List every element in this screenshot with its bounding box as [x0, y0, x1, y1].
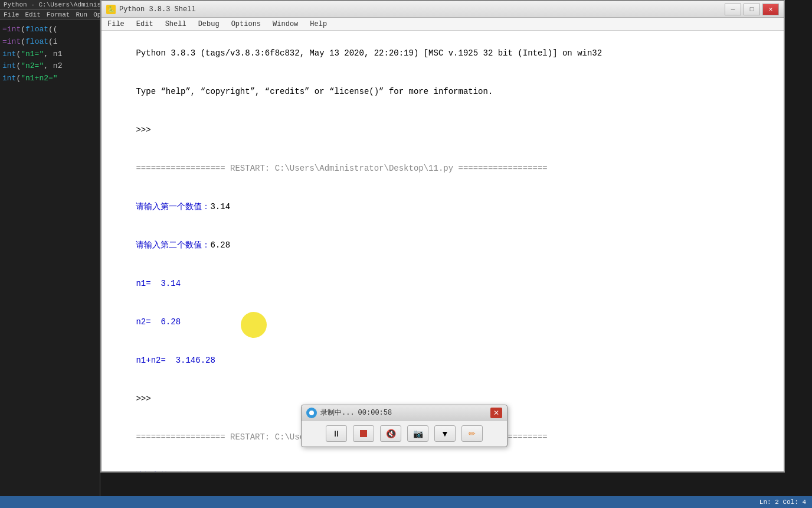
- session1-input2: 请输入第二个数值：6.28: [106, 226, 779, 265]
- shell-menubar: File Edit Shell Debug Options Window Hel…: [102, 18, 784, 31]
- initial-prompt: >>>: [106, 111, 779, 149]
- editor-menu-file[interactable]: File: [4, 11, 19, 18]
- dropdown-button[interactable]: ▼: [434, 425, 456, 442]
- stop-button[interactable]: [353, 425, 374, 442]
- recording-toolbar: 录制中... 00:00:58 ✕ ⏸ 🔇 📷 ▼ ✏: [301, 405, 508, 447]
- window-controls: ─ □ ✕: [725, 4, 779, 15]
- editor-menu-options[interactable]: Options: [93, 11, 100, 18]
- shell-menu-window[interactable]: Window: [267, 19, 304, 30]
- code-line-5: int("n1+n2=": [2, 73, 97, 85]
- shell-menu-shell[interactable]: Shell: [159, 19, 192, 30]
- code-line-4: int("n2=", n2: [2, 60, 97, 73]
- pause-button[interactable]: ⏸: [326, 425, 347, 442]
- shell-title-group: 🐍 Python 3.8.3 Shell: [106, 5, 196, 14]
- session2-input1: 请输入第一个数值：3.14: [106, 457, 779, 471]
- yellow-dot-annotation: [241, 312, 267, 338]
- editor-titlebar: Python - C:\Users\Administrator\...: [0, 0, 100, 10]
- shell-title-text: Python 3.8.3 Shell: [119, 5, 196, 14]
- shell-menu-help[interactable]: Help: [304, 19, 333, 30]
- recording-close-button[interactable]: ✕: [490, 408, 502, 418]
- editor-menu-format[interactable]: Format: [47, 11, 70, 18]
- mute-button[interactable]: 🔇: [380, 425, 401, 442]
- session1-n2: n2= 6.28: [106, 303, 779, 341]
- shell-menu-debug[interactable]: Debug: [192, 19, 225, 30]
- recording-title-text: 录制中...: [320, 408, 355, 418]
- editor-title-text: Python - C:\Users\Administrator\...: [4, 1, 100, 8]
- code-line-2: =int(float(i: [2, 36, 97, 48]
- editor-panel: Python - C:\Users\Administrator\... File…: [0, 0, 100, 508]
- recording-controls: ⏸ 🔇 📷 ▼ ✏: [302, 421, 507, 447]
- recording-time: 00:00:58: [358, 409, 392, 417]
- session1-sum: n1+n2= 3.146.28: [106, 342, 779, 380]
- python-icon: 🐍: [106, 5, 116, 14]
- restart-line-1: ================== RESTART: C:\Users\Adm…: [106, 149, 779, 188]
- stop-icon: [360, 430, 367, 437]
- minimize-button[interactable]: ─: [725, 4, 741, 15]
- shell-menu-options[interactable]: Options: [225, 19, 267, 30]
- session1-input1: 请输入第一个数值：3.14: [106, 188, 779, 226]
- code-line-1: =int(float((: [2, 24, 97, 36]
- recording-titlebar: 录制中... 00:00:58 ✕: [302, 405, 507, 421]
- shell-titlebar: 🐍 Python 3.8.3 Shell ─ □ ✕: [102, 1, 784, 18]
- startup-line: Python 3.8.3 (tags/v3.8.3:6f8c832, May 1…: [106, 34, 779, 73]
- editor-menu-edit[interactable]: Edit: [25, 11, 40, 18]
- shell-menu-edit[interactable]: Edit: [130, 19, 159, 30]
- session1-n1: n1= 3.14: [106, 265, 779, 303]
- editor-menubar: File Edit Format Run Options: [0, 10, 100, 20]
- code-line-3: int("n1=", n1: [2, 48, 97, 61]
- statusbar: Ln: 2 Col: 4: [0, 496, 812, 508]
- maximize-button[interactable]: □: [744, 4, 760, 15]
- pen-button[interactable]: ✏: [461, 425, 483, 442]
- shell-menu-file[interactable]: File: [102, 19, 130, 30]
- chevron-down-icon: ▼: [441, 429, 449, 438]
- editor-menu-run[interactable]: Run: [76, 11, 87, 18]
- statusbar-text: Ln: 2 Col: 4: [759, 499, 806, 506]
- camera-button[interactable]: 📷: [407, 425, 428, 442]
- editor-code-area[interactable]: =int(float(( =int(float(i int("n1=", n1 …: [0, 20, 100, 89]
- recording-title-group: 录制中... 00:00:58: [306, 408, 392, 418]
- help-line: Type “help”, “copyright”, “credits” or “…: [106, 73, 779, 111]
- close-button[interactable]: ✕: [762, 4, 779, 15]
- shell-window: 🐍 Python 3.8.3 Shell ─ □ ✕ File Edit She…: [100, 0, 785, 473]
- svg-point-0: [309, 411, 314, 415]
- recording-app-icon: [306, 408, 317, 418]
